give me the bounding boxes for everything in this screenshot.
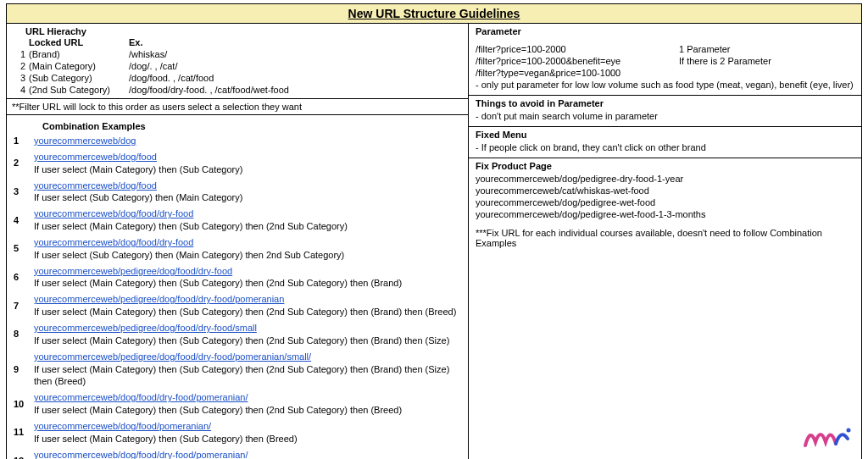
combo-row-num: 7 [14, 293, 34, 318]
hierarchy-row-label: (2nd Sub Category) [29, 85, 129, 95]
combo-url-link[interactable]: yourecommerceweb/dog/food/pomeranian/ [34, 421, 211, 431]
hierarchy-row: 4(2nd Sub Category)/dog/food/dry-food. ,… [14, 84, 461, 96]
hierarchy-row: 2(Main Category)/dog/. , /cat/ [14, 60, 461, 72]
combo-desc: If user select (Main Category) then (Sub… [34, 335, 449, 346]
parameter-label: 1 Parameter [679, 44, 854, 54]
combo-row: 11yourecommerceweb/dog/food/pomeranian/I… [14, 418, 461, 447]
combo-row: 9yourecommerceweb/pedigree/dog/food/dry-… [14, 349, 461, 390]
combo-url-link[interactable]: yourecommerceweb/pedigree/dog/food/dry-f… [34, 294, 284, 304]
combo-row-num: 1 [14, 135, 34, 147]
combo-desc: If user select (Main Category) then (Sub… [34, 221, 348, 231]
fix-product-heading: Fix Product Page [476, 161, 854, 173]
hierarchy-row-label: (Main Category) [29, 61, 129, 71]
combo-row-num: 12 [14, 449, 34, 459]
combo-url-link[interactable]: yourecommerceweb/dog/food/dry-food/pomer… [34, 392, 248, 402]
hierarchy-row-num: 4 [14, 85, 29, 95]
fix-product-line: yourecommerceweb/dog/pedigree-wet-food-1… [476, 208, 854, 220]
hierarchy-row-label: (Sub Category) [29, 73, 129, 83]
parameter-row: /filter?price=100-20001 Parameter [476, 43, 854, 55]
col-ex: Ex. [129, 37, 461, 47]
hierarchy-heading: URL Hierachy [14, 26, 461, 36]
combo-row: 5yourecommerceweb/dog/food/dry-foodIf us… [14, 235, 461, 263]
combo-row-num: 11 [14, 420, 34, 445]
combo-row: 10yourecommerceweb/dog/food/dry-food/pom… [14, 390, 461, 418]
right-column: Parameter /filter?price=100-20001 Parame… [469, 24, 861, 459]
avoid-line: - don't put main search volume in parame… [476, 110, 854, 122]
combo-url-link[interactable]: yourecommerceweb/dog/food/dry-food [34, 237, 193, 247]
parameter-filter: /filter?price=100-2000 [476, 44, 679, 54]
col-locked-url: Locked URL [29, 37, 129, 47]
combo-row-num: 3 [14, 180, 34, 205]
fixed-menu-line: - If people click on brand, they can't c… [476, 141, 854, 153]
fix-product-note: ***Fix URL for each individual courses a… [476, 227, 854, 249]
svg-point-0 [847, 429, 851, 433]
parameter-section: Parameter /filter?price=100-20001 Parame… [469, 24, 861, 96]
hierarchy-row-num: 2 [14, 61, 29, 71]
parameter-filter: /filter?price=100-2000&benefit=eye [476, 56, 679, 66]
fixed-menu-section: Fixed Menu - If people click on brand, t… [469, 127, 861, 158]
combination-section: Combination Examples 1yourecommerceweb/d… [7, 115, 468, 459]
combo-url-link[interactable]: yourecommerceweb/dog/food [34, 180, 157, 191]
combo-row: 8yourecommerceweb/pedigree/dog/food/dry-… [14, 320, 461, 349]
brand-logo-icon [802, 418, 853, 452]
combo-row-num: 9 [14, 351, 34, 389]
avoid-section: Things to avoid in Parameter - don't put… [469, 96, 861, 127]
parameter-label: If there is 2 Parameter [679, 56, 854, 66]
combo-desc: If user select (Main Category) then (Sub… [34, 434, 298, 444]
combo-desc: If user select (Sub Category) then (Main… [34, 192, 242, 202]
fix-product-line: yourecommerceweb/dog/pedigree-dry-food-1… [476, 173, 854, 185]
avoid-heading: Things to avoid in Parameter [476, 98, 854, 110]
hierarchy-row: 1(Brand)/whiskas/ [14, 48, 461, 60]
combination-heading: Combination Examples [14, 118, 461, 133]
parameter-row: /filter?price=100-2000&benefit=eyeIf the… [476, 55, 854, 67]
combo-desc: If user select (Main Category) then (Sub… [34, 405, 402, 415]
filter-lock-note: **Filter URL will lock to this order as … [7, 98, 468, 115]
hierarchy-row-example: /dog/food/dry-food. , /cat/food/wet-food [129, 85, 461, 95]
hierarchy-row: 3(Sub Category)/dog/food. , /cat/food [14, 72, 461, 84]
hierarchy-section: URL Hierachy Locked URL Ex. 1(Brand)/whi… [7, 24, 468, 98]
combo-row-num: 2 [14, 151, 34, 176]
combo-row-num: 6 [14, 265, 34, 290]
parameter-row: /filter?type=vegan&price=100-1000 [476, 67, 854, 79]
combo-url-link[interactable]: yourecommerceweb/pedigree/dog/food/dry-f… [34, 323, 257, 333]
combo-row-num: 8 [14, 322, 34, 347]
combo-desc: If user select (Main Category) then (Sub… [34, 164, 242, 174]
combo-url-link[interactable]: yourecommerceweb/dog/food [34, 152, 157, 162]
page-title: New URL Structure Guidelines [7, 4, 861, 24]
hierarchy-row-num: 1 [14, 49, 29, 59]
combo-url-link[interactable]: yourecommerceweb/pedigree/dog/food/dry-f… [34, 266, 232, 276]
combo-row: 4yourecommerceweb/dog/food/dry-foodIf us… [14, 206, 461, 235]
combo-row: 7yourecommerceweb/pedigree/dog/food/dry-… [14, 291, 461, 320]
combo-row: 6yourecommerceweb/pedigree/dog/food/dry-… [14, 263, 461, 292]
guidelines-sheet: New URL Structure Guidelines URL Hierach… [6, 3, 862, 459]
combo-url-link[interactable]: yourecommerceweb/dog [34, 135, 136, 146]
combo-url-link[interactable]: yourecommerceweb/dog/food/dry-food/pomer… [34, 450, 248, 459]
parameter-heading: Parameter [476, 26, 854, 38]
parameter-filter: /filter?type=vegan&price=100-1000 [476, 68, 679, 78]
combo-url-link[interactable]: yourecommerceweb/pedigree/dog/food/dry-f… [34, 351, 311, 362]
left-column: URL Hierachy Locked URL Ex. 1(Brand)/whi… [7, 24, 469, 459]
combo-desc: If user select (Main Category) then (Sub… [34, 364, 449, 387]
fix-product-section: Fix Product Page yourecommerceweb/dog/pe… [469, 158, 861, 253]
combo-row-num: 10 [14, 391, 34, 417]
fix-product-line: yourecommerceweb/cat/whiskas-wet-food [476, 185, 854, 196]
combo-desc: If user select (Main Category) then (Sub… [34, 278, 402, 288]
hierarchy-row-example: /dog/. , /cat/ [129, 61, 461, 71]
combo-desc: If user select (Sub Category) then (Main… [34, 250, 344, 260]
combo-desc: If user select (Main Category) then (Sub… [34, 307, 456, 317]
hierarchy-row-example: /dog/food. , /cat/food [129, 73, 461, 83]
fixed-menu-heading: Fixed Menu [476, 130, 854, 141]
combo-row-num: 5 [14, 236, 34, 262]
combo-url-link[interactable]: yourecommerceweb/dog/food/dry-food [34, 208, 193, 218]
combo-row: 1yourecommerceweb/dog [14, 133, 461, 149]
combo-row: 3yourecommerceweb/dog/foodIf user select… [14, 178, 461, 207]
parameter-label [679, 68, 854, 78]
combo-row: 2yourecommerceweb/dog/foodIf user select… [14, 149, 461, 178]
combo-row: 12yourecommerceweb/dog/food/dry-food/pom… [14, 447, 461, 459]
hierarchy-row-example: /whiskas/ [129, 49, 461, 59]
hierarchy-row-label: (Brand) [29, 49, 129, 59]
combo-row-num: 4 [14, 207, 34, 233]
parameter-note: - only put parameter for low low volume … [476, 79, 854, 91]
fix-product-line: yourecommerceweb/dog/pedigree-wet-food [476, 196, 854, 208]
hierarchy-row-num: 3 [14, 73, 29, 83]
